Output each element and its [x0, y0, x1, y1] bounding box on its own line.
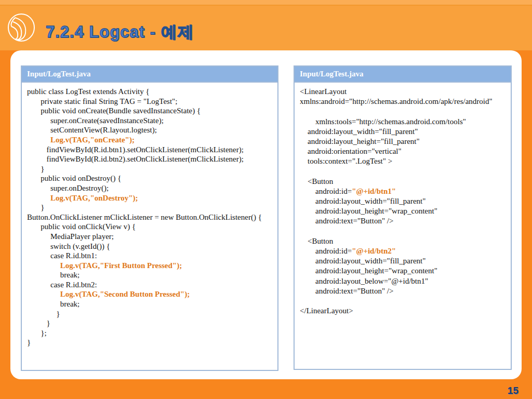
code-line: android:layout_width="fill_parent" — [300, 196, 508, 206]
code-panel-xml: Input/LogTest.java <LinearLayoutxmlns:an… — [294, 65, 512, 370]
code-line: switch (v.getId()) { — [27, 242, 274, 251]
page-title: 7.2.4 Logcat - 예제 — [46, 21, 194, 43]
code-line: <Button — [300, 236, 508, 246]
code-block-java: public class LogTest extends Activity { … — [22, 83, 277, 348]
highlighted-code: "@+id/btn1" — [352, 187, 396, 195]
code-line: <LinearLayout — [300, 87, 508, 97]
code-block-xml: <LinearLayoutxmlns:android="http://schem… — [295, 83, 511, 316]
code-line: super.onCreate(savedInstanceState); — [27, 116, 274, 126]
code-line: Button.OnClickListener mClickListener = … — [27, 212, 274, 222]
content-panel: Input/LogTest.java public class LogTest … — [10, 50, 522, 379]
code-line: }; — [27, 328, 274, 338]
code-line: android:layout_height="wrap_content" — [300, 266, 508, 276]
code-line: Log.v(TAG,"Second Button Pressed"); — [27, 289, 274, 299]
panel-header-java: Input/LogTest.java — [22, 66, 277, 83]
code-line: MediaPlayer player; — [27, 232, 274, 242]
code-line: break; — [27, 299, 274, 309]
code-line: xmlns:tools="http://schemas.android.com/… — [300, 117, 508, 127]
code-line: android:layout_width="fill_parent" — [300, 256, 508, 266]
highlighted-code: Log.v(TAG,"onCreate"); — [50, 136, 135, 144]
code-line — [300, 227, 508, 236]
top-strip — [0, 0, 532, 6]
code-line — [300, 107, 508, 116]
code-line: android:orientation="vertical" — [300, 147, 508, 156]
panel-header-xml: Input/LogTest.java — [295, 66, 511, 83]
code-line — [300, 296, 508, 306]
code-line: } — [27, 164, 274, 174]
code-line: case R.id.btn1: — [27, 251, 274, 261]
code-line: private static final String TAG = "LogTe… — [27, 97, 274, 107]
panel-title-java: Input/LogTest.java — [27, 70, 90, 78]
highlighted-code: Log.v(TAG,"First Button Pressed"); — [60, 261, 182, 270]
code-line: case R.id.btn2: — [27, 280, 274, 290]
page-number: 15 — [508, 385, 518, 396]
code-line: break; — [27, 270, 274, 280]
code-line: } — [27, 338, 274, 348]
code-line: Log.v(TAG,"onDestroy"); — [27, 193, 274, 203]
code-line: xmlns:android="http://schemas.android.co… — [300, 97, 508, 107]
code-panel-java: Input/LogTest.java public class LogTest … — [21, 65, 278, 371]
code-line: android:id="@+id/btn2" — [300, 246, 508, 256]
highlighted-code: "@+id/btn2" — [352, 247, 396, 255]
code-line: android:text="Button" /> — [300, 286, 508, 296]
code-line: public void onClick(View v) { — [27, 222, 274, 232]
highlighted-code: Log.v(TAG,"Second Button Pressed"); — [60, 290, 190, 298]
code-line: android:id="@+id/btn1" — [300, 187, 508, 196]
code-line: Log.v(TAG,"onCreate"); — [27, 135, 274, 145]
code-line: android:layout_width="fill_parent" — [300, 127, 508, 137]
code-line: findViewById(R.id.btn1).setOnClickListen… — [27, 145, 274, 155]
code-line — [300, 167, 508, 177]
highlighted-code: Log.v(TAG,"onDestroy"); — [50, 194, 138, 202]
code-line: </LinearLayout> — [300, 306, 508, 316]
code-line: } — [27, 203, 274, 212]
code-line: super.onDestroy(); — [27, 183, 274, 193]
code-line: android:layout_height="wrap_content" — [300, 206, 508, 216]
code-line: public void onCreate(Bundle savedInstanc… — [27, 106, 274, 116]
code-line: Log.v(TAG,"First Button Pressed"); — [27, 261, 274, 271]
code-line: setContentView(R.layout.logtest); — [27, 125, 274, 135]
code-line: android:text="Button" /> — [300, 216, 508, 226]
swirl-globe-icon — [7, 12, 36, 43]
code-line: findViewById(R.id.btn2).setOnClickListen… — [27, 154, 274, 164]
panel-title-xml: Input/LogTest.java — [300, 70, 363, 78]
slide-header: 7.2.4 Logcat - 예제 — [0, 6, 532, 50]
code-line: } — [27, 318, 274, 328]
code-line: public void onDestroy() { — [27, 174, 274, 183]
code-line: public class LogTest extends Activity { — [27, 87, 274, 97]
code-line: android:layout_height="fill_parent" — [300, 137, 508, 147]
code-line: tools:context=".LogTest" > — [300, 156, 508, 166]
code-line: } — [27, 309, 274, 319]
code-line: android:layout_below="@+id/btn1" — [300, 276, 508, 286]
code-line: <Button — [300, 177, 508, 187]
